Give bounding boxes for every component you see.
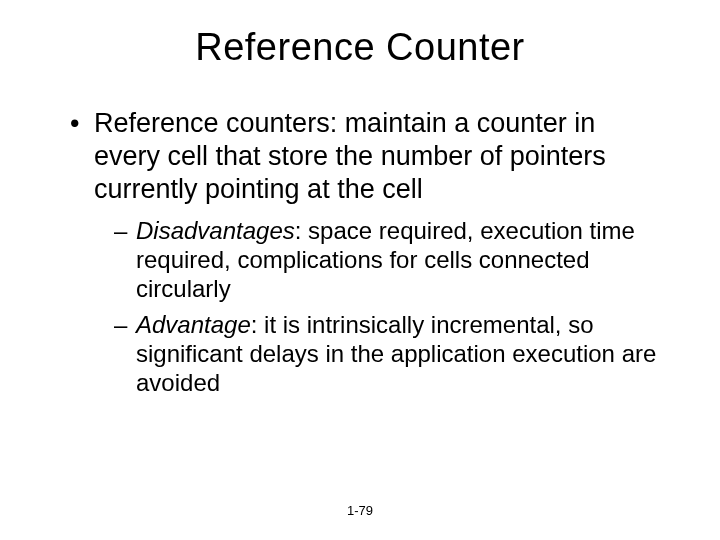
- sub-bullet-label: Disadvantages: [136, 217, 295, 244]
- slide-title: Reference Counter: [0, 0, 720, 79]
- slide-number: 1-79: [0, 503, 720, 518]
- bullet-text: Reference counters: maintain a counter i…: [94, 108, 606, 204]
- sub-bullet-item: Advantage: it is intrinsically increment…: [114, 310, 660, 398]
- sub-bullet-list: Disadvantages: space required, execution…: [114, 216, 660, 398]
- slide-body: Reference counters: maintain a counter i…: [0, 107, 720, 397]
- slide: Reference Counter Reference counters: ma…: [0, 0, 720, 540]
- sub-bullet-item: Disadvantages: space required, execution…: [114, 216, 660, 304]
- bullet-list: Reference counters: maintain a counter i…: [70, 107, 660, 397]
- bullet-item: Reference counters: maintain a counter i…: [70, 107, 660, 397]
- sub-bullet-label: Advantage: [136, 311, 251, 338]
